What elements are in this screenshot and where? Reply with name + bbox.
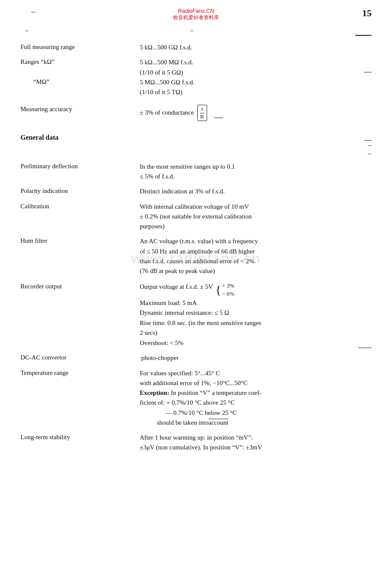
header-center: RadioFans.CN 收音机爱好者资料库 — [46, 8, 346, 21]
value-hum-filter: An AC voltage (r.m.s. value) with a freq… — [140, 236, 372, 276]
brand-name: RadioFans.CN — [46, 8, 346, 14]
value-dc-ac-convertor: ·photo-chopper — [140, 353, 372, 363]
temp-line6: should be taken intoaccount — [140, 418, 372, 428]
spec-full-measuring-range: Full measuring range 5 kΩ...500 GΩ f.s.d… — [20, 43, 372, 52]
label-ranges-momega: “MΩ” — [20, 78, 140, 86]
general-data-header-row: General data − − — [20, 133, 372, 158]
brace-char: { — [216, 284, 221, 296]
brace-lines: + 3% − 0% — [222, 282, 234, 298]
label-full-measuring-range: Full measuring range — [20, 43, 140, 51]
temp-line3: Exception: In position “V” a temperature… — [140, 388, 372, 398]
spec-measuring-accuracy: Measuring accuracy ± 3% of conductance 1… — [20, 105, 372, 121]
label-calibration: Calibration — [20, 202, 140, 210]
content-area: Full measuring range 5 kΩ...500 GΩ f.s.d… — [20, 43, 372, 453]
value-calibration: With internal calibration voltage of 10 … — [140, 202, 372, 232]
page: − RadioFans.CN 收音机爱好者资料库 15 − − Full mea… — [0, 0, 392, 587]
brand-subtitle: 收音机爱好者资料库 — [46, 14, 346, 21]
temp-exception: Exception: — [140, 389, 169, 396]
temp-line2: with additional error of 1%; −10°C...50°… — [140, 378, 372, 388]
label-recorder-output: Recorder output — [20, 282, 140, 290]
brace-top: + 3% — [222, 282, 234, 290]
spec-preliminary-deflection: Preliminary deflection In the most sensi… — [20, 162, 372, 182]
recorder-line3: Dynamic internal resistance: ≤ 5 Ω — [140, 308, 372, 318]
calib-line1: With internal calibration voltage of 10 … — [140, 202, 372, 212]
momega-indent: “MΩ” — [20, 78, 49, 85]
label-measuring-accuracy: Measuring accuracy — [20, 105, 140, 113]
header-left-dash: − — [31, 8, 35, 16]
stability-line2: ±3μV (non cumulative). In position “V”: … — [140, 443, 372, 452]
accuracy-text: ± 3% of conductance — [140, 108, 194, 118]
header-left: − — [20, 8, 46, 16]
temp-line1: For values specified: 5°...45° C — [140, 368, 372, 378]
hum-line2: of ≤ 50 Hz and an amplitude of 66 dB hig… — [140, 247, 372, 256]
value-ranges-momega: 5 MΩ...500 GΩ f.s.d. (1/10 of it 5 TΩ) — [140, 78, 372, 98]
fraction-denominator: R — [200, 113, 204, 120]
ranges-momega-line1: 5 MΩ...500 GΩ f.s.d. — [140, 78, 372, 87]
hum-line4: (76 dB at peak to peak value) — [140, 266, 372, 276]
spec-dc-ac-convertor: DC-AC convertor ·photo-chopper — [20, 353, 372, 363]
conductance-fraction: 1 R — [197, 105, 207, 121]
label-polarity-indication: Polarity indication — [20, 187, 140, 195]
label-hum-filter: Hum filter — [20, 236, 140, 245]
top-dashes-row: − − — [20, 26, 372, 40]
ranges-komega-line2: (1/10 of it 5 GΩ) — [140, 68, 193, 78]
recorder-line1-group: Output voltage at f.s.d. ± 5V { + 3% − 0… — [140, 282, 372, 298]
value-polarity-indication: Distinct indication at 3% of f.s.d. — [140, 187, 372, 196]
temp-line5: — 0.7%/10 °C below 25 °C — [140, 408, 372, 418]
top-dash-right — [355, 27, 372, 36]
recorder-overshoot-row: Overshoot: < 5% — [140, 338, 372, 348]
spec-temperature-range: Temperature range For values specified: … — [20, 368, 372, 428]
gen-dash-bot1: − — [367, 142, 372, 149]
page-number: 15 — [346, 8, 372, 19]
label-dc-ac-convertor: DC-AC convertor — [20, 353, 140, 361]
calib-line2: ± 0.2% (not suitable for external calibr… — [140, 212, 372, 222]
calib-line3: purposes) — [140, 222, 372, 231]
label-preliminary-deflection: Preliminary deflection — [20, 162, 140, 170]
general-data-dashes: − − — [364, 133, 372, 158]
accuracy-dash — [214, 108, 223, 118]
ranges-komega-line1: 5 kΩ...500 MΩ f.s.d. — [140, 58, 193, 67]
prelim-line2: ≤ 5% of f.s.d. — [140, 172, 372, 181]
temp-line4: ficient of: + 0.7%/10 °C above 25 °C — [140, 398, 372, 408]
recorder-line2: Maximum load: 5 mA — [140, 298, 372, 308]
overshoot-dash — [358, 338, 372, 348]
page-header: − RadioFans.CN 收音机爱好者资料库 15 — [20, 8, 372, 21]
value-preliminary-deflection: In the most sensitive ranges up to 0.1 ≤… — [140, 162, 372, 182]
ranges-momega-line2: (1/10 of it 5 TΩ) — [140, 87, 372, 97]
value-temperature-range: For values specified: 5°...45° C with ad… — [140, 368, 372, 428]
prelim-line1: In the most sensitive ranges up to 0.1 — [140, 162, 372, 172]
value-ranges-komega: 5 kΩ...500 MΩ f.s.d. (1/10 of it 5 GΩ) — [140, 58, 372, 78]
fraction-numerator: 1 — [200, 106, 204, 113]
temp-overline: account — [208, 419, 228, 426]
gen-dash-top — [364, 133, 372, 141]
value-full-measuring-range: 5 kΩ...500 GΩ f.s.d. — [140, 43, 372, 52]
recorder-line5: 2 secs) — [140, 328, 372, 338]
top-dash-mid: − — [190, 27, 194, 36]
top-dash-left: − — [20, 27, 29, 36]
recorder-line1: Output voltage at f.s.d. ± 5V — [140, 282, 213, 292]
spec-ranges: Ranges “kΩ” 5 kΩ...500 MΩ f.s.d. (1/10 o… — [20, 58, 372, 78]
label-long-term-stability: Long-term stability — [20, 433, 140, 441]
spec-polarity-indication: Polarity indication Distinct indication … — [20, 187, 372, 196]
hum-line3: than f.s.d. causes an additional error o… — [140, 256, 372, 266]
spec-recorder-output: Recorder output Output voltage at f.s.d.… — [20, 282, 372, 348]
spec-long-term-stability: Long-term stability After 1 hour warming… — [20, 433, 372, 453]
label-temperature-range: Temperature range — [20, 368, 140, 377]
general-data-section: General data − − Preliminary deflection … — [20, 133, 372, 453]
label-ranges-komega: Ranges “kΩ” — [20, 58, 140, 66]
gen-dash-bot2: − — [367, 150, 372, 158]
spec-ranges-momega: “MΩ” 5 MΩ...500 GΩ f.s.d. (1/10 of it 5 … — [20, 78, 372, 98]
brace-bot: − 0% — [222, 290, 234, 298]
general-data-label: General data — [20, 133, 140, 141]
spec-calibration: Calibration With internal calibration vo… — [20, 202, 372, 232]
hum-line1: An AC voltage (r.m.s. value) with a freq… — [140, 236, 372, 246]
value-recorder-output: Output voltage at f.s.d. ± 5V { + 3% − 0… — [140, 282, 372, 348]
value-measuring-accuracy: ± 3% of conductance 1 R — [140, 105, 372, 121]
recorder-brace: { + 3% − 0% — [216, 282, 234, 298]
spec-hum-filter: Hum filter An AC voltage (r.m.s. value) … — [20, 236, 372, 276]
ranges-side-dash — [364, 62, 372, 72]
stability-line1: After 1 hour warming up: in position “mV… — [140, 433, 372, 443]
recorder-line4: Rise time: 0.8 sec. (in the most sensiti… — [140, 318, 372, 328]
value-long-term-stability: After 1 hour warming up: in position “mV… — [140, 433, 372, 453]
recorder-overshoot: Overshoot: < 5% — [140, 338, 184, 348]
